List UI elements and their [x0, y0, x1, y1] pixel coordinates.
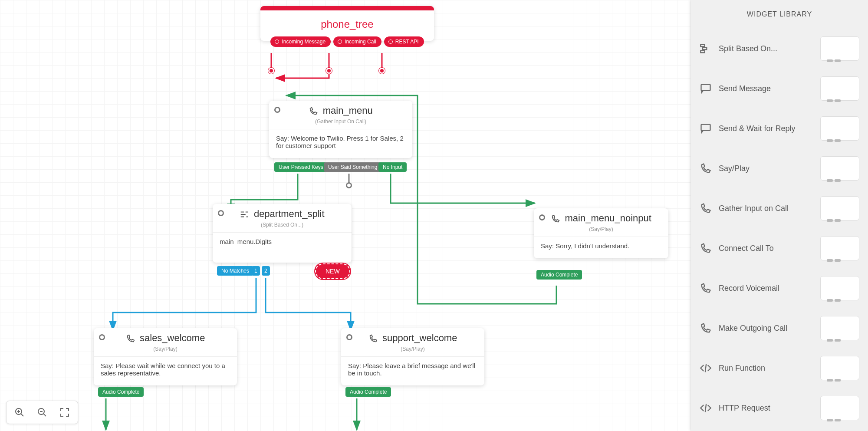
code-icon: [700, 362, 712, 374]
library-item-connect-call-to[interactable]: Connect Call To: [691, 228, 868, 268]
in-port[interactable]: [539, 214, 545, 220]
library-item-thumb: [820, 36, 859, 61]
library-item-label: Split Based On...: [719, 44, 813, 53]
library-item-gather-input-on-call[interactable]: Gather Input on Call: [691, 188, 868, 228]
library-item-label: Connect Call To: [719, 244, 813, 253]
library-item-label: Gather Input on Call: [719, 204, 813, 213]
node-title: support_welcome: [382, 332, 457, 343]
library-item-thumb: [820, 76, 859, 101]
phone-icon: [309, 106, 318, 118]
out-audio-complete[interactable]: Audio Complete: [98, 387, 144, 397]
zoom-out-button[interactable]: [32, 404, 53, 421]
in-port[interactable]: [99, 334, 105, 340]
out-no-matches[interactable]: No Matches: [217, 266, 253, 276]
library-item-label: Say/Play: [719, 164, 813, 173]
trigger-out-dot-3[interactable]: [379, 68, 385, 74]
out-user-pressed-keys[interactable]: User Pressed Keys: [274, 162, 328, 172]
library-item-thumb: [820, 316, 859, 340]
phone-icon: [368, 334, 378, 345]
library-item-make-outgoing-call[interactable]: Make Outgoing Call: [691, 308, 868, 348]
trigger-pill-incoming-call[interactable]: Incoming Call: [333, 36, 381, 47]
library-item-send-message[interactable]: Send Message: [691, 69, 868, 109]
in-port[interactable]: [346, 334, 352, 340]
node-sales-welcome[interactable]: sales_welcome (Say/Play) Say: Please wai…: [94, 328, 237, 385]
trigger-pill-incoming-message[interactable]: Incoming Message: [270, 36, 331, 47]
zoom-fit-button[interactable]: [54, 404, 75, 421]
svg-line-15: [43, 414, 46, 416]
phone-icon: [700, 162, 712, 174]
out-option-1[interactable]: 1: [252, 266, 260, 276]
out-audio-complete[interactable]: Audio Complete: [536, 270, 582, 280]
library-item-label: HTTP Request: [719, 404, 813, 413]
library-item-thumb: [820, 156, 859, 181]
library-item-label: Send Message: [719, 84, 813, 93]
node-subtitle: (Gather Input On Call): [274, 118, 407, 125]
library-item-label: Run Function: [719, 364, 813, 373]
node-subtitle: (Say/Play): [539, 226, 663, 232]
in-port[interactable]: [274, 107, 280, 113]
node-subtitle: (Say/Play): [99, 346, 232, 352]
zoom-in-button[interactable]: [9, 404, 30, 421]
node-body: main_menu.Digits: [213, 232, 352, 263]
trigger-out-dot-2[interactable]: [326, 68, 332, 74]
library-item-record-voicemail[interactable]: Record Voicemail: [691, 268, 868, 308]
trigger-pill-rest-api[interactable]: REST API: [384, 36, 424, 47]
node-title: main_menu: [323, 105, 373, 116]
library-item-run-function[interactable]: Run Function: [691, 348, 868, 388]
split-icon: [240, 210, 249, 221]
svg-rect-7: [700, 51, 704, 53]
svg-rect-9: [701, 125, 710, 131]
library-item-thumb: [820, 276, 859, 300]
node-subtitle: (Split Based On...): [218, 222, 346, 228]
node-main-menu-noinput[interactable]: main_menu_noinput (Say/Play) Say: Sorry,…: [534, 208, 668, 258]
library-item-label: Make Outgoing Call: [719, 324, 813, 333]
node-main-menu[interactable]: main_menu (Gather Input On Call) Say: We…: [269, 101, 412, 158]
out-user-said-something[interactable]: User Said Something: [324, 162, 381, 172]
phone-icon: [551, 214, 560, 225]
phone-icon: [700, 202, 712, 214]
widget-library-panel[interactable]: WIDGET LIBRARY Split Based On...Send Mes…: [691, 0, 868, 431]
node-title: sales_welcome: [140, 332, 205, 343]
library-item-thumb: [820, 196, 859, 220]
library-item-http-request[interactable]: HTTP Request: [691, 388, 868, 428]
node-title: main_menu_noinput: [565, 213, 651, 224]
node-support-welcome[interactable]: support_welcome (Say/Play) Say: Please l…: [341, 328, 484, 385]
out-dot-said-something[interactable]: [346, 182, 352, 188]
msg-icon: [700, 82, 712, 95]
library-item-send-wait-for-reply[interactable]: Send & Wait for Reply: [691, 109, 868, 148]
phone-icon: [700, 322, 712, 334]
msg-icon: [700, 122, 712, 135]
trigger-out-dot-1[interactable]: [268, 68, 274, 74]
library-item-thumb: [820, 396, 859, 420]
svg-rect-8: [701, 85, 710, 91]
library-item-label: Send & Wait for Reply: [719, 124, 813, 133]
code-icon: [700, 402, 712, 414]
library-title: WIDGET LIBRARY: [691, 0, 868, 29]
out-option-2[interactable]: 2: [262, 266, 270, 276]
library-item-split-based-on[interactable]: Split Based On...: [691, 29, 868, 69]
svg-rect-5: [700, 45, 704, 47]
library-item-thumb: [820, 356, 859, 380]
trigger-node[interactable]: phone_tree Incoming Message Incoming Cal…: [260, 6, 434, 41]
out-no-input[interactable]: No Input: [378, 162, 407, 172]
library-item-thumb: [820, 236, 859, 260]
svg-line-11: [21, 414, 23, 416]
zoom-controls: [6, 401, 78, 424]
node-body: Say: Welcome to Twilio. Press 1 for Sale…: [269, 129, 412, 158]
phone-icon: [126, 334, 135, 345]
node-body: Say: Please wait while we connect you to…: [94, 356, 237, 385]
node-title: department_split: [254, 208, 325, 219]
svg-rect-6: [703, 48, 707, 50]
out-audio-complete[interactable]: Audio Complete: [345, 387, 391, 397]
in-port[interactable]: [218, 210, 224, 216]
library-item-thumb: [820, 116, 859, 141]
node-department-split[interactable]: department_split (Split Based On...) mai…: [213, 204, 352, 263]
phone-icon: [700, 242, 712, 254]
node-subtitle: (Say/Play): [346, 346, 479, 352]
phone-icon: [700, 282, 712, 294]
library-item-say-play[interactable]: Say/Play: [691, 148, 868, 188]
new-condition-button[interactable]: NEW: [315, 263, 350, 279]
node-body: Say: Please leave a brief message and we…: [341, 356, 484, 385]
split-icon: [700, 43, 712, 55]
library-item-label: Record Voicemail: [719, 284, 813, 293]
